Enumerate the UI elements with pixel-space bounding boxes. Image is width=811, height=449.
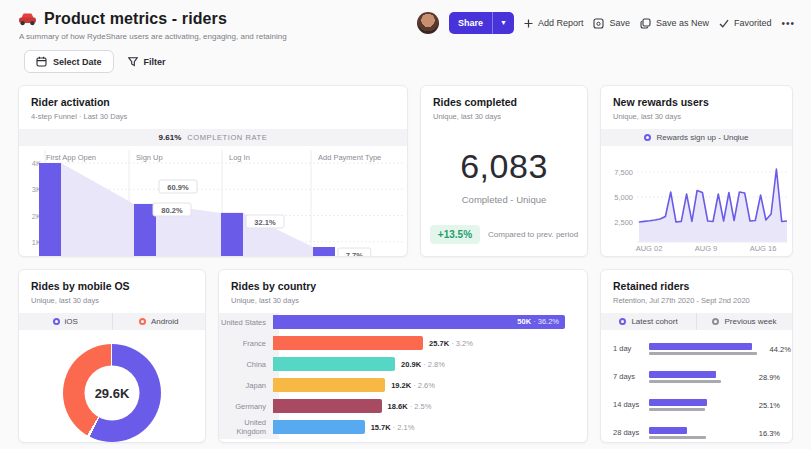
previous-week-bar[interactable] [649, 352, 757, 355]
rewards-svg: 7,5005,0002,500AUG 02AUG 9AUG 16 [601, 146, 793, 254]
delta-note: Compared to prev. period [488, 230, 578, 239]
conversion-tag-value: 60.9% [167, 183, 189, 192]
country-bar-4[interactable] [273, 378, 385, 392]
previous-week-bar[interactable] [649, 380, 721, 383]
bar-value-label: 18.6K · 2.5% [388, 402, 432, 411]
card-subtitle: Unique, last 30 days [433, 112, 575, 121]
chart-legend: Rewards sign up - Unqiue [601, 129, 792, 146]
card-subtitle: Unique, last 30 days [31, 296, 193, 305]
country-bar-1[interactable]: 50K · 36.2% [273, 315, 565, 329]
latest-cohort-bar[interactable] [649, 371, 716, 378]
retention-period-label: 28 days [613, 426, 649, 437]
user-avatar[interactable] [417, 12, 439, 34]
retention-bars [649, 370, 746, 383]
check-icon [719, 19, 729, 28]
country-bar-6[interactable] [273, 420, 365, 434]
save-button[interactable]: Save [593, 18, 630, 29]
card-rides-completed: Rides completed Unique, last 30 days 6,0… [420, 85, 588, 257]
retention-row: 14 days25.1% [613, 398, 780, 426]
country-row: United Kingdom15.7K · 2.1% [219, 420, 579, 434]
legend-item-rewards[interactable]: Rewards sign up - Unqiue [601, 129, 792, 146]
legend-dot-icon [139, 318, 146, 325]
legend-item-ios[interactable]: iOS [19, 313, 112, 330]
retention-chart: 1 day44.2%7 days28.9%14 days25.1%28 days… [601, 330, 792, 443]
card-title: New rewards users [613, 96, 780, 108]
funnel-icon [128, 57, 139, 67]
retention-row: 7 days28.9% [613, 370, 780, 398]
header-block: Product metrics - riders A summary of ho… [18, 10, 287, 41]
retention-pct-value: 28.9% [746, 370, 780, 382]
favorited-button[interactable]: Favorited [719, 18, 772, 28]
plus-icon [524, 19, 533, 28]
completion-rate-label: COMPLETION RATE [187, 133, 267, 142]
card-title: Rides by country [231, 280, 575, 292]
x-tick-label: AUG 9 [695, 244, 718, 253]
country-label: France [219, 339, 273, 348]
conversion-tag-value: 7.7% [346, 251, 363, 258]
card-retained-riders: Retained riders Retention, Jul 27th 2020… [600, 269, 793, 443]
country-label: China [219, 360, 273, 369]
delta-badge: +13.5% [430, 225, 480, 244]
donut-hole: 29.6K [85, 366, 140, 421]
retention-bars [649, 426, 746, 439]
country-label: Japan [219, 381, 273, 390]
x-tick-label: AUG 02 [636, 244, 663, 253]
funnel-chart[interactable]: 4K3K2K1KFirst App OpenSign UpLog InAdd P… [19, 148, 407, 257]
bar-value-label: 25.7K · 3.2% [429, 339, 473, 348]
latest-cohort-bar[interactable] [649, 399, 707, 406]
country-label: United Kingdom [219, 418, 273, 436]
page-subtitle: A summary of how RydeShare users are act… [19, 32, 287, 41]
legend-item-android[interactable]: Android [112, 313, 206, 330]
filter-button[interactable]: Filter [128, 57, 166, 67]
conversion-tag-value: 32.1% [254, 218, 276, 227]
country-bar-5[interactable] [273, 399, 382, 413]
funnel-bar-1[interactable] [39, 163, 61, 257]
previous-week-bar[interactable] [649, 436, 706, 439]
retention-pct-value: 44.2% [757, 342, 791, 354]
donut-chart[interactable]: 29.6K [63, 344, 161, 442]
country-row: China20.9K · 2.8% [219, 357, 579, 371]
funnel-svg: 4K3K2K1KFirst App OpenSign UpLog InAdd P… [19, 148, 407, 257]
chart-legend: iOS Android [19, 313, 205, 330]
calendar-icon [36, 56, 47, 67]
funnel-bar-4[interactable] [313, 247, 335, 257]
country-bar-3[interactable] [273, 357, 395, 371]
chevron-down-icon[interactable]: ▼ [492, 12, 514, 34]
add-report-button[interactable]: Add Report [524, 18, 584, 28]
country-row: France25.7K · 3.2% [219, 336, 579, 350]
y-tick-label: 2,500 [614, 218, 633, 227]
country-row: United States50K · 36.2% [219, 315, 579, 329]
retention-pct-value: 16.3% [746, 426, 780, 438]
retention-row: 1 day44.2% [613, 342, 780, 370]
card-subtitle: Retention, Jul 27th 2020 - Sept 2nd 2020 [613, 296, 780, 305]
rewards-line-chart[interactable]: 7,5005,0002,500AUG 02AUG 9AUG 16 [601, 146, 792, 254]
retention-period-label: 7 days [613, 370, 649, 381]
save-icon [593, 18, 604, 29]
legend-item-previous-week[interactable]: Previous week [696, 313, 792, 330]
legend-item-latest-cohort[interactable]: Latest cohort [601, 313, 696, 330]
country-bar-2[interactable] [273, 336, 423, 350]
select-date-button[interactable]: Select Date [24, 50, 114, 73]
y-tick-label: 5,000 [614, 193, 633, 202]
bar-value-label: 15.7K · 2.1% [371, 423, 415, 432]
latest-cohort-bar[interactable] [649, 427, 687, 434]
cards-row-2: Rides by mobile OS Unique, last 30 days … [18, 269, 793, 443]
save-as-new-button[interactable]: Save as New [640, 18, 709, 29]
previous-week-bar[interactable] [649, 408, 705, 411]
card-rides-by-mobile-os: Rides by mobile OS Unique, last 30 days … [18, 269, 206, 443]
car-icon [18, 13, 37, 26]
y-tick-label: 7,500 [614, 168, 633, 177]
card-rides-by-country: Rides by country Unique, last 30 days Un… [218, 269, 588, 443]
card-rider-activation: Rider activation 4-step Funnel · Last 30… [18, 85, 408, 257]
area-fill [639, 169, 787, 242]
legend-dot-icon [644, 134, 651, 141]
latest-cohort-bar[interactable] [649, 343, 752, 350]
funnel-step-label: Sign Up [136, 153, 163, 162]
more-options-button[interactable]: ••• [781, 18, 795, 29]
data-line[interactable] [639, 169, 787, 222]
x-tick-label: AUG 16 [750, 244, 777, 253]
card-title: Rides completed [433, 96, 575, 108]
funnel-bar-3[interactable] [221, 213, 243, 257]
bar-value-label: 19.2K · 2.6% [391, 381, 435, 390]
share-button[interactable]: Share ▼ [449, 12, 514, 34]
